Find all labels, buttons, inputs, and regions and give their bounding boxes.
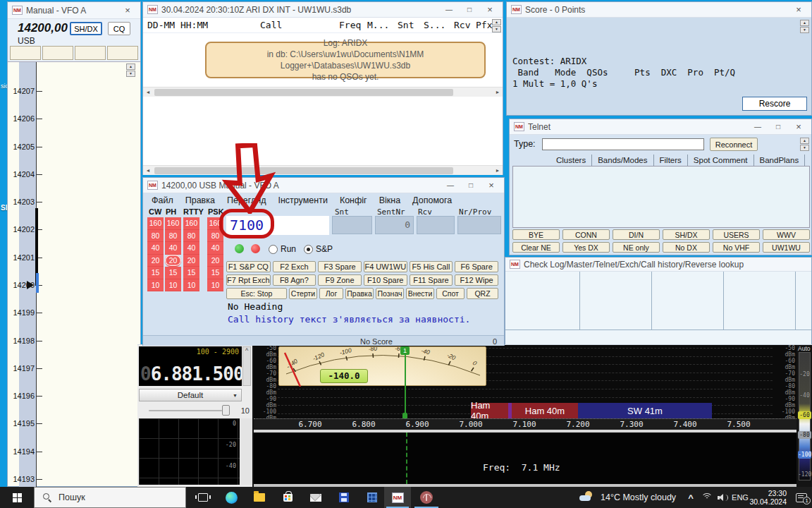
explorer-taskbar-button[interactable] <box>245 487 273 508</box>
spinner-up-icon[interactable]: ▲ <box>492 19 501 25</box>
spinner-down-icon[interactable]: ▼ <box>800 145 809 151</box>
band-button[interactable]: 20 <box>147 255 164 267</box>
menu-item[interactable]: Перегляд <box>227 195 266 205</box>
band-button[interactable]: 80 <box>207 230 223 243</box>
menu-item[interactable]: Файл <box>152 195 173 205</box>
telnet-command-button[interactable]: SH/DX <box>663 229 710 240</box>
log-column-header[interactable]: Rcv <box>454 20 470 30</box>
band-button[interactable]: 10 <box>183 279 199 292</box>
start-button[interactable] <box>0 487 34 508</box>
telnet-output-area[interactable] <box>512 166 810 228</box>
minimize-icon[interactable]: — <box>441 3 457 17</box>
telnet-tab[interactable]: Spot Comment <box>688 155 754 166</box>
scrollbar-thumb[interactable] <box>154 167 453 174</box>
radio-circle-selected-icon[interactable] <box>304 245 313 254</box>
telnet-tab[interactable]: BandPlans <box>754 155 806 166</box>
band-button[interactable]: 80 <box>147 230 164 243</box>
frequency-scale[interactable]: 6.7006.8006.9007.0007.1007.2007.3007.400… <box>254 418 796 430</box>
chevron-up-icon[interactable]: ^ <box>245 347 248 354</box>
sdr-frequency-scrollbar[interactable]: ^ <box>242 346 251 386</box>
action-button[interactable]: Лог <box>319 288 343 299</box>
tray-expand-button[interactable]: ^ <box>684 487 698 508</box>
telnet-tab[interactable]: Bands/Modes <box>592 155 653 166</box>
scroll-left-icon[interactable]: ◄ <box>143 87 153 97</box>
log-titlebar[interactable]: NM 30.04.2024 20:30:10Z ARI DX INT - UW1… <box>143 2 503 18</box>
log-column-header[interactable]: S... <box>424 20 445 30</box>
radio-circle-icon[interactable] <box>269 245 278 254</box>
band-button[interactable]: 40 <box>207 242 223 255</box>
band-button[interactable]: 10 <box>207 279 223 292</box>
n1mm-taskbar-button[interactable]: NM <box>384 487 411 508</box>
telnet-spinner[interactable]: ▲ ▼ <box>800 138 809 151</box>
volume-tray-button[interactable] <box>715 487 730 508</box>
band-button[interactable]: 20 <box>183 255 199 267</box>
store-taskbar-button[interactable] <box>273 487 302 508</box>
telnet-command-button[interactable]: NE only <box>613 242 660 253</box>
log-spinner[interactable]: ▲ ▼ <box>492 19 501 32</box>
telnet-command-button[interactable]: No DX <box>663 242 710 253</box>
sdr-spectrum[interactable]: -50 dBm-60 dBm-70 dBm-80 dBm-90 dBm-100 … <box>254 345 796 430</box>
band-button[interactable]: 15 <box>207 267 223 279</box>
taskbar-search[interactable]: Пошук <box>34 487 186 508</box>
bandmap-field[interactable] <box>10 46 41 60</box>
log-column-header[interactable]: Pfx <box>476 20 492 30</box>
spinner-up-icon[interactable]: ▲ <box>126 64 135 70</box>
function-key-button[interactable]: F4 UW1WU <box>364 261 407 272</box>
language-indicator[interactable]: ENG <box>730 487 750 508</box>
score-spinner[interactable]: ▲ ▼ <box>800 20 809 33</box>
telnet-command-button[interactable]: USERS <box>713 229 760 240</box>
band-button[interactable]: 15 <box>165 267 181 279</box>
bandmap-field[interactable] <box>107 46 138 60</box>
clock[interactable]: 23:3030.04.2024 <box>750 487 787 508</box>
color-scale-mode[interactable]: Auto <box>798 345 811 352</box>
save-app-taskbar-button[interactable] <box>330 487 358 508</box>
telnet-tab[interactable]: Filters <box>654 155 688 166</box>
band-button[interactable]: 80 <box>183 230 199 243</box>
spinner-down-icon[interactable]: ▼ <box>492 26 501 32</box>
band-plan-segment[interactable]: Ham 40m <box>471 403 508 418</box>
callsign-input[interactable]: 7100 <box>226 216 329 235</box>
telnet-command-button[interactable]: UW1WU <box>763 242 810 253</box>
log-column-header[interactable]: DD-MM HH:MM <box>147 20 208 30</box>
scroll-right-icon[interactable]: ► <box>493 87 503 97</box>
log-column-header[interactable]: M... <box>367 20 389 30</box>
checklog-titlebar[interactable]: NM Check Log/Master/Telnet/Exch/Call his… <box>505 258 811 272</box>
sdr-preset-dropdown[interactable]: Default ▼ <box>139 389 242 401</box>
spinner-down-icon[interactable]: ▼ <box>800 27 809 33</box>
scroll-right-icon[interactable]: ► <box>493 166 503 176</box>
action-button[interactable]: Познач <box>376 288 404 299</box>
band-button[interactable]: 40 <box>165 242 181 255</box>
edge-taskbar-button[interactable] <box>217 487 245 508</box>
telnet-command-button[interactable]: Yes DX <box>562 242 610 253</box>
close-icon[interactable]: × <box>481 3 498 17</box>
function-key-button[interactable]: F2 Exch <box>273 261 316 272</box>
maximize-icon[interactable]: □ <box>461 3 478 17</box>
band-button[interactable]: 160 <box>207 217 223 230</box>
spinner-up-icon[interactable]: ▲ <box>800 20 809 26</box>
maximize-icon[interactable]: □ <box>462 179 479 193</box>
waterfall-color-scale[interactable]: Auto -20-40-60-80-100-120 <box>797 345 812 488</box>
function-key-button[interactable]: F3 Spare <box>318 261 362 272</box>
telnet-command-button[interactable]: WWV <box>763 229 810 240</box>
sdr-taskbar-button[interactable] <box>412 487 441 508</box>
band-button[interactable]: 160 <box>147 217 164 230</box>
entry-titlebar[interactable]: NM 14200,00 USB Manual - VFO A — □ × <box>143 178 504 193</box>
grid-app-taskbar-button[interactable] <box>358 487 386 508</box>
log-column-header[interactable]: Freq <box>339 20 361 30</box>
sdr-waterfall[interactable]: Freq: 7.1 MHz <box>254 433 796 484</box>
bandmap-titlebar[interactable]: NM Manual - VFO A × <box>8 2 140 19</box>
function-key-button[interactable]: F10 Spare <box>364 274 407 286</box>
action-button[interactable]: Стерти <box>289 288 317 299</box>
band-plan-segment[interactable]: Ham 40m <box>512 403 578 418</box>
spinner-down-icon[interactable]: ▼ <box>126 71 135 77</box>
band-button[interactable]: 160 <box>165 217 181 230</box>
action-center-button[interactable]: 1 <box>791 487 812 508</box>
band-button[interactable]: 40 <box>147 242 164 255</box>
action-button[interactable]: Внести <box>406 288 434 299</box>
telnet-command-button[interactable]: No VHF <box>713 242 760 253</box>
telnet-command-button[interactable]: DI/N <box>613 229 660 240</box>
function-key-button[interactable]: F5 His Call <box>410 261 453 272</box>
spectrum-marker-flag[interactable]: 1 <box>400 346 410 355</box>
band-button[interactable]: 15 <box>147 267 164 279</box>
band-button[interactable]: 160 <box>183 217 199 230</box>
